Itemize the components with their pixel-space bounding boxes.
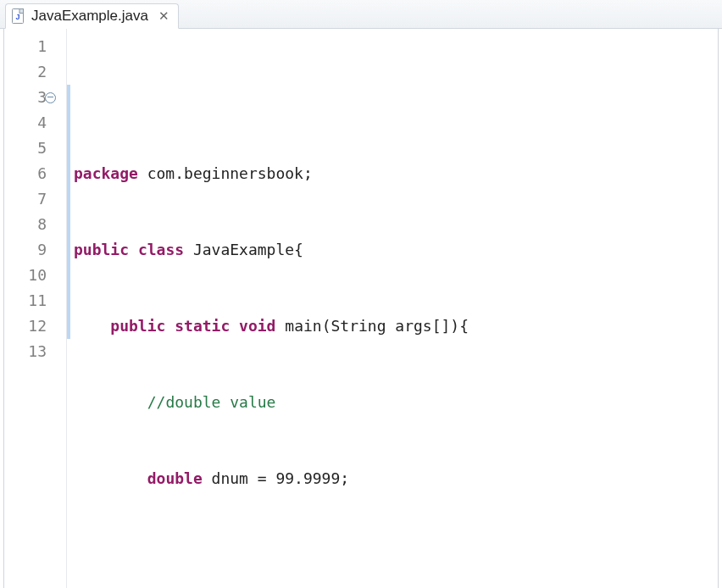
- close-icon[interactable]: ✕: [153, 8, 169, 24]
- source-code[interactable]: package com.beginnersbook; public class …: [67, 29, 718, 588]
- line-number: 2: [4, 59, 47, 85]
- line-number: 7: [4, 186, 47, 212]
- editor-tab-javaexample[interactable]: J JavaExample.java ✕: [5, 3, 179, 29]
- editor-tabbar: J JavaExample.java ✕: [0, 0, 722, 29]
- line-number: 4: [4, 110, 47, 136]
- editor-tab-label: JavaExample.java: [31, 8, 148, 25]
- change-marker: [67, 85, 70, 339]
- line-number-gutter: 1 2 3 4 5 6 7 8 9 10 11 12 13: [4, 29, 53, 588]
- java-file-icon: J: [11, 8, 26, 24]
- line-number: 3: [4, 85, 47, 110]
- code-line: double dnum = 99.9999;: [72, 466, 718, 491]
- line-number: 10: [4, 263, 47, 288]
- line-number: 5: [4, 136, 47, 161]
- code-editor[interactable]: 1 2 3 4 5 6 7 8 9 10 11 12 13 package co…: [3, 29, 719, 588]
- line-number: 13: [4, 339, 47, 364]
- line-number: 6: [4, 161, 47, 186]
- line-number: 8: [4, 212, 47, 237]
- code-line: [72, 542, 718, 568]
- line-number: 11: [4, 288, 47, 313]
- svg-text:J: J: [16, 13, 20, 21]
- code-line: package com.beginnersbook;: [72, 161, 718, 186]
- line-number: 1: [4, 34, 47, 59]
- svg-rect-1: [19, 8, 24, 13]
- line-number: 9: [4, 237, 47, 263]
- code-line: public class JavaExample{: [72, 237, 718, 263]
- line-number: 12: [4, 313, 47, 339]
- code-line: public static void main(String args[]){: [72, 313, 718, 339]
- code-line: //double value: [72, 390, 718, 415]
- fold-strip: [53, 29, 67, 588]
